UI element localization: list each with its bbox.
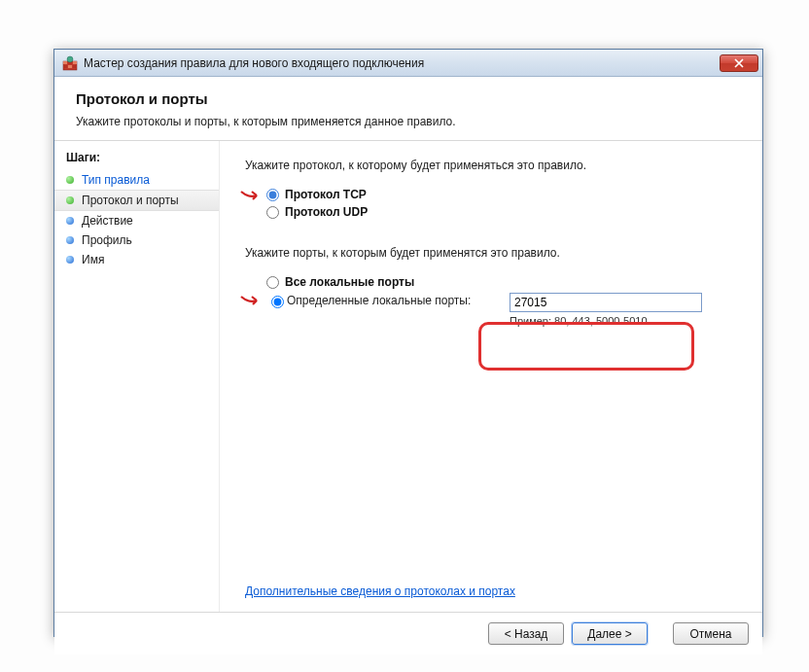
- step-label: Имя: [82, 253, 104, 266]
- udp-label[interactable]: Протокол UDP: [285, 205, 368, 219]
- step-dot-icon: [66, 256, 74, 264]
- steps-label: Шаги:: [54, 147, 219, 170]
- radio-row-udp: Протокол UDP: [266, 205, 737, 219]
- radio-row-specific-ports: Определенные локальные порты: Пример: 80…: [266, 293, 737, 327]
- specific-ports-label[interactable]: Определенные локальные порты:: [287, 294, 471, 307]
- protocol-prompt: Укажите протокол, к которому будет приме…: [245, 159, 737, 172]
- step-label: Протокол и порты: [82, 194, 179, 207]
- page-subtitle: Укажите протоколы и порты, к которым при…: [76, 115, 741, 128]
- ports-example: Пример: 80, 443, 5000-5010: [510, 315, 702, 327]
- firewall-icon: [62, 55, 78, 71]
- step-protocol-ports: Протокол и порты: [54, 190, 219, 211]
- step-label: Профиль: [82, 233, 132, 247]
- svg-rect-2: [63, 61, 67, 64]
- step-dot-icon: [66, 236, 74, 244]
- all-ports-label[interactable]: Все локальные порты: [285, 275, 414, 289]
- wizard-window: Мастер создания правила для нового входя…: [53, 49, 763, 637]
- annotation-highlight: [478, 322, 694, 371]
- step-profile[interactable]: Профиль: [54, 230, 219, 250]
- page-title: Протокол и порты: [76, 90, 741, 107]
- wizard-content: Укажите протокол, к которому будет приме…: [220, 141, 762, 612]
- tcp-radio[interactable]: [266, 189, 279, 201]
- step-dot-icon: [66, 176, 74, 184]
- svg-rect-7: [73, 65, 77, 68]
- step-rule-type[interactable]: Тип правила: [54, 170, 219, 190]
- ports-input[interactable]: [510, 293, 702, 312]
- cancel-button[interactable]: Отмена: [673, 622, 749, 645]
- back-button[interactable]: < Назад: [488, 622, 564, 645]
- step-dot-icon: [66, 196, 74, 204]
- tcp-label[interactable]: Протокол TCP: [285, 188, 367, 201]
- window-title: Мастер создания правила для нового входя…: [84, 56, 720, 70]
- wizard-footer: < Назад Далее > Отмена: [54, 612, 762, 654]
- steps-sidebar: Шаги: Тип правила Протокол и порты Дейст…: [54, 141, 220, 612]
- step-label: Тип правила: [82, 173, 150, 187]
- close-icon: [734, 58, 744, 68]
- annotation-arrow-icon: [239, 294, 264, 307]
- step-name[interactable]: Имя: [54, 250, 219, 269]
- step-action[interactable]: Действие: [54, 211, 219, 230]
- udp-radio[interactable]: [266, 206, 279, 219]
- svg-rect-4: [73, 61, 77, 64]
- specific-ports-radio[interactable]: [271, 296, 284, 308]
- radio-row-tcp: Протокол TCP: [266, 188, 737, 201]
- wizard-body: Шаги: Тип правила Протокол и порты Дейст…: [54, 141, 762, 612]
- close-button[interactable]: [720, 54, 758, 72]
- wizard-header: Протокол и порты Укажите протоколы и пор…: [54, 77, 762, 141]
- svg-point-8: [67, 56, 73, 62]
- step-dot-icon: [66, 217, 74, 225]
- next-button[interactable]: Далее >: [572, 622, 648, 645]
- annotation-arrow-icon: [239, 189, 264, 202]
- ports-prompt: Укажите порты, к которым будет применятс…: [245, 246, 737, 260]
- titlebar: Мастер создания правила для нового входя…: [54, 50, 762, 77]
- learn-more-link[interactable]: Дополнительные сведения о протоколах и п…: [245, 584, 515, 598]
- svg-rect-5: [63, 65, 67, 68]
- step-label: Действие: [82, 214, 133, 228]
- all-ports-radio[interactable]: [266, 276, 279, 289]
- svg-rect-6: [68, 65, 72, 68]
- radio-row-all-ports: Все локальные порты: [266, 275, 737, 289]
